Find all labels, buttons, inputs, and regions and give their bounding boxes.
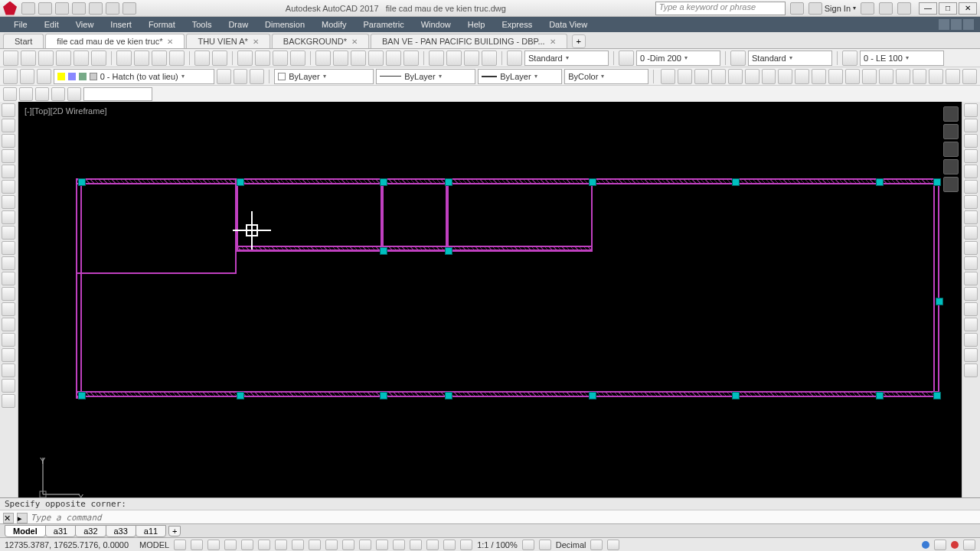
orbit-icon[interactable] xyxy=(943,159,959,174)
menu-draw[interactable]: Draw xyxy=(220,18,256,31)
hatch-icon[interactable] xyxy=(2,318,15,331)
dim-ordinate-icon[interactable] xyxy=(711,69,726,84)
dim-quick-icon[interactable] xyxy=(778,69,792,84)
a360-icon[interactable] xyxy=(879,2,893,15)
menu-file[interactable]: File xyxy=(6,18,35,31)
ellipse-arc-icon[interactable] xyxy=(2,256,15,270)
menu-view[interactable]: View xyxy=(68,18,102,31)
menu-window[interactable]: Window xyxy=(413,18,459,31)
annotation-scale[interactable]: 1:1 / 100% xyxy=(477,540,518,549)
fillet-icon[interactable] xyxy=(964,333,978,347)
menu-dimension[interactable]: Dimension xyxy=(257,18,312,31)
chamfer-icon[interactable] xyxy=(964,318,978,331)
revcloud-icon[interactable] xyxy=(2,210,15,224)
layout-tab[interactable]: a32 xyxy=(75,525,106,537)
transparency-toggle-icon[interactable] xyxy=(359,540,371,550)
close-button[interactable]: ✕ xyxy=(959,2,977,15)
publish-icon[interactable] xyxy=(91,51,106,66)
grip[interactable] xyxy=(78,392,86,399)
stretch-icon[interactable] xyxy=(964,226,978,240)
workspace-switch-icon[interactable] xyxy=(522,540,534,550)
command-prompt-close-icon[interactable]: ✕ xyxy=(3,513,14,523)
menu-modify[interactable]: Modify xyxy=(314,18,354,31)
dim-linear-icon[interactable] xyxy=(661,69,675,84)
zoom-window-icon[interactable] xyxy=(273,51,288,66)
tab-start[interactable]: Start xyxy=(3,34,44,48)
layout-tab[interactable]: a31 xyxy=(45,525,76,537)
dyn-ucs-icon[interactable] xyxy=(393,540,405,550)
save-icon[interactable] xyxy=(38,51,54,66)
gradient-icon[interactable] xyxy=(2,333,15,347)
undo-icon[interactable] xyxy=(106,2,119,15)
qnew-icon[interactable] xyxy=(3,51,18,66)
refedit-discard-icon[interactable] xyxy=(51,87,65,101)
break-icon[interactable] xyxy=(964,287,978,301)
color-dropdown[interactable]: ByLayer xyxy=(274,69,374,84)
refedit-icon[interactable] xyxy=(3,87,17,101)
quick-props-icon[interactable] xyxy=(590,540,603,550)
grip[interactable] xyxy=(445,178,452,186)
help-icon[interactable] xyxy=(897,2,911,15)
showmotion-icon[interactable] xyxy=(943,177,959,192)
line-icon[interactable] xyxy=(2,103,15,117)
isolate-objects-icon[interactable] xyxy=(934,540,946,550)
array-icon[interactable] xyxy=(964,165,978,178)
plot-icon[interactable] xyxy=(89,2,103,15)
layout-add-button[interactable]: + xyxy=(168,526,181,536)
copy-obj-icon[interactable] xyxy=(964,119,978,132)
layer-prev-icon[interactable] xyxy=(37,69,51,84)
make-block-icon[interactable] xyxy=(2,287,15,301)
grip[interactable] xyxy=(380,178,387,186)
properties-icon[interactable] xyxy=(315,51,331,66)
doc-minimize-icon[interactable] xyxy=(939,19,949,30)
polar-toggle-icon[interactable] xyxy=(258,540,270,550)
otrack-toggle-icon[interactable] xyxy=(325,540,338,550)
dim-update-icon[interactable] xyxy=(962,69,977,84)
command-input[interactable] xyxy=(31,513,977,523)
menu-insert[interactable]: Insert xyxy=(103,18,139,31)
grip[interactable] xyxy=(380,247,387,255)
search-submit-icon[interactable] xyxy=(790,2,804,15)
grip[interactable] xyxy=(876,392,884,399)
mirror-icon[interactable] xyxy=(964,134,978,148)
paste-icon[interactable] xyxy=(152,51,167,66)
rectangle-icon[interactable] xyxy=(2,165,15,178)
menu-help[interactable]: Help xyxy=(460,18,493,31)
dim-baseline-icon[interactable] xyxy=(795,69,809,84)
refedit-remove-icon[interactable] xyxy=(35,87,49,101)
plot-icon[interactable] xyxy=(56,51,71,66)
pan-nav-icon[interactable] xyxy=(943,124,959,139)
model-space-toggle[interactable]: MODEL xyxy=(139,540,169,549)
tab-close-icon[interactable]: ✕ xyxy=(351,37,358,46)
cut-icon[interactable] xyxy=(116,51,132,66)
menu-format[interactable]: Format xyxy=(141,18,183,31)
table-icon[interactable] xyxy=(2,364,15,377)
dim-space-icon[interactable] xyxy=(828,69,843,84)
tablestyle-dropdown[interactable]: Standard xyxy=(748,51,832,66)
grip[interactable] xyxy=(237,178,244,186)
tab-close-icon[interactable]: ✕ xyxy=(167,37,173,46)
polygon-icon[interactable] xyxy=(2,149,15,163)
insert-icon[interactable] xyxy=(446,51,462,66)
save-icon[interactable] xyxy=(55,2,69,15)
menu-express[interactable]: Express xyxy=(494,18,540,31)
menu-edit[interactable]: Edit xyxy=(37,18,67,31)
rotate-icon[interactable] xyxy=(964,195,978,209)
mleaderstyle-icon[interactable] xyxy=(842,51,858,66)
autoscale-icon[interactable] xyxy=(460,540,472,550)
menu-parametric[interactable]: Parametric xyxy=(355,18,411,31)
doc-restore-icon[interactable] xyxy=(951,19,962,30)
point-icon[interactable] xyxy=(2,302,15,316)
dim-aligned-icon[interactable] xyxy=(678,69,692,84)
units-readout[interactable]: Decimal xyxy=(556,540,586,549)
grip[interactable] xyxy=(380,392,387,399)
grid-toggle-icon[interactable] xyxy=(174,540,186,550)
redo-icon[interactable] xyxy=(122,2,136,15)
grip[interactable] xyxy=(445,392,452,399)
offset-icon[interactable] xyxy=(964,149,978,163)
dim-inspect-icon[interactable] xyxy=(896,69,910,84)
annotation-monitor-icon[interactable] xyxy=(539,540,551,550)
attach-icon[interactable] xyxy=(482,51,497,66)
layer-make-current-icon[interactable] xyxy=(217,69,231,84)
addselected-icon[interactable] xyxy=(2,394,15,408)
